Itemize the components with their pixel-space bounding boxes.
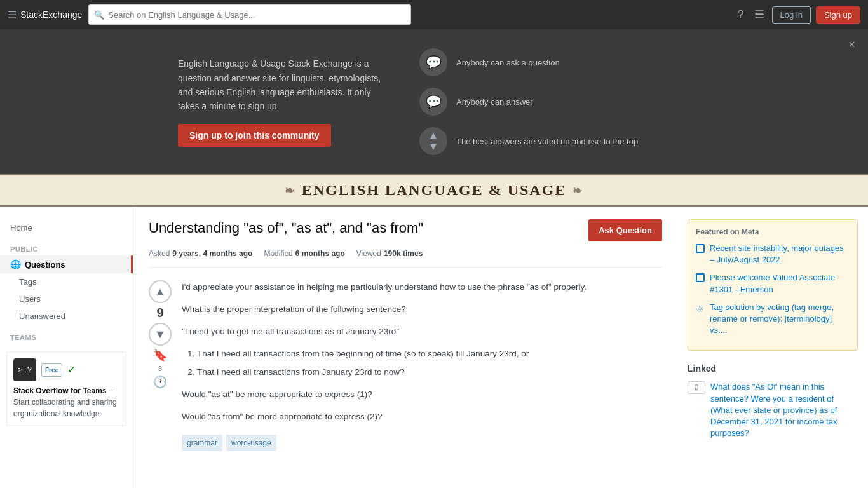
featured-heading: Featured on Meta	[696, 227, 850, 236]
body-li1: That I need all transactions from the be…	[197, 347, 662, 362]
body-p4: Would "as at" be more appropriate to exp…	[182, 388, 662, 402]
question-text: I'd appreciate your assistance in helpin…	[182, 280, 662, 451]
hero-description: English Language & Usage Stack Exchange …	[178, 57, 381, 114]
meta-link-text-0: Recent site instability, major outages –…	[710, 243, 850, 266]
site-header: ❧ ENGLISH LANGUAGE & USAGE ❧	[0, 174, 868, 207]
sidebar-section-teams: TEAMS	[0, 325, 133, 344]
hero-icons: 💬 Anybody can ask a question 💬 Anybody c…	[419, 48, 638, 155]
search-input[interactable]	[108, 10, 405, 20]
logo-text: StackExchange	[20, 10, 82, 20]
question-meta: Asked 9 years, 4 months ago Modified 6 m…	[149, 249, 662, 268]
signup-button[interactable]: Sign up	[816, 6, 860, 24]
ask-label: Anybody can ask a question	[456, 58, 560, 67]
login-button[interactable]: Log in	[772, 6, 811, 24]
sidebar-section-public: PUBLIC	[0, 236, 133, 255]
viewed-meta: Viewed 190k times	[356, 249, 423, 258]
sidebar-item-unanswered[interactable]: Unanswered	[0, 308, 133, 325]
vote-column: ▲ 9 ▼ 🔖 3 🕐	[149, 280, 172, 451]
site-logo[interactable]: ☰ StackExchange	[8, 9, 82, 21]
check-icon: ✓	[67, 362, 76, 377]
questions-label: Questions	[25, 260, 65, 269]
linked-section: Linked 0 What does "As Of' mean in this …	[688, 363, 858, 439]
meta-link-2[interactable]: ♲ Tag solution by voting (tag merge, ren…	[696, 302, 850, 337]
question-body: ▲ 9 ▼ 🔖 3 🕐 I'd appreciate your assistan…	[149, 280, 662, 451]
nav-buttons: ? ☰ Log in Sign up	[735, 5, 860, 24]
asked-meta: Asked 9 years, 4 months ago	[149, 249, 252, 258]
vote-count: 9	[156, 306, 163, 320]
sidebar-item-home[interactable]: Home	[0, 219, 133, 236]
modified-meta: Modified 6 months ago	[264, 249, 344, 258]
bookmark-button[interactable]: 🔖	[153, 348, 167, 362]
bookmark-count: 3	[158, 365, 162, 372]
meta-box-icon-1	[696, 273, 705, 282]
ask-icon: 💬	[419, 48, 447, 76]
hero-text-block: English Language & Usage Stack Exchange …	[178, 57, 381, 147]
teams-box: >_? Free ✓ Stack Overflow for Teams – St…	[6, 351, 126, 426]
tags-row: grammar word-usage	[182, 435, 662, 451]
sidebar-item-users[interactable]: Users	[0, 290, 133, 308]
answer-label: Anybody can answer	[456, 97, 533, 107]
vote-icon: ▲▼	[419, 127, 447, 155]
help-icon[interactable]: ?	[735, 6, 746, 24]
hero-close-button[interactable]: ×	[848, 38, 855, 51]
ornament-right: ❧	[573, 184, 583, 198]
search-icon: 🔍	[94, 10, 104, 20]
body-p5: Would "as from" be more appropriate to e…	[182, 410, 662, 424]
upvote-button[interactable]: ▲	[149, 280, 172, 303]
sidebar: Home PUBLIC 🌐 Questions Tags Users Unans…	[0, 207, 133, 488]
linked-link-0[interactable]: What does "As Of' mean in this sentence?…	[710, 381, 858, 439]
asked-time: 9 years, 4 months ago	[172, 249, 252, 258]
question-title: Understanding "as of", "as at", and "as …	[149, 219, 423, 238]
free-badge: Free	[41, 363, 62, 377]
content-area: Understanding "as of", "as at", and "as …	[133, 207, 677, 488]
ask-question-button[interactable]: Ask Question	[588, 219, 662, 241]
meta-link-0[interactable]: Recent site instability, major outages –…	[696, 243, 850, 266]
ornament-left: ❧	[285, 184, 295, 198]
tag-grammar[interactable]: grammar	[182, 435, 222, 451]
body-li2: That I need all transactions from Januar…	[197, 365, 662, 380]
hero-answer-row: 💬 Anybody can answer	[419, 88, 638, 116]
main-layout: Home PUBLIC 🌐 Questions Tags Users Unans…	[0, 207, 868, 488]
featured-meta-box: Featured on Meta Recent site instability…	[688, 219, 858, 351]
teams-title: Stack Overflow for Teams	[13, 386, 107, 395]
linked-heading: Linked	[688, 363, 858, 374]
globe-icon: 🌐	[10, 259, 21, 269]
answer-icon: 💬	[419, 88, 447, 116]
downvote-button[interactable]: ▼	[149, 323, 172, 346]
stack-icon: ☰	[8, 9, 17, 21]
meta-link-1[interactable]: Please welcome Valued Associate #1301 - …	[696, 272, 850, 295]
meta-box-icon-0	[696, 244, 705, 253]
history-button[interactable]: 🕐	[153, 375, 167, 389]
join-button[interactable]: Sign up to join this community	[178, 124, 331, 147]
question-header: Understanding "as of", "as at", and "as …	[149, 219, 662, 241]
vote-label: The best answers are voted up and rise t…	[456, 137, 638, 146]
sidebar-item-questions[interactable]: 🌐 Questions	[0, 255, 133, 273]
hero-banner: English Language & Usage Stack Exchange …	[0, 29, 868, 174]
linked-score-0: 0	[688, 381, 705, 394]
body-p1: I'd appreciate your assistance in helpin…	[182, 280, 662, 295]
sidebar-item-tags[interactable]: Tags	[0, 273, 133, 290]
top-navigation: ☰ StackExchange 🔍 ? ☰ Log in Sign up	[0, 0, 868, 29]
modified-time: 6 months ago	[295, 249, 345, 258]
site-logo-full: ❧ ENGLISH LANGUAGE & USAGE ❧	[285, 182, 584, 199]
meta-tag-icon-2: ♲	[696, 303, 705, 312]
hero-vote-row: ▲▼ The best answers are voted up and ris…	[419, 127, 638, 155]
meta-link-text-1: Please welcome Valued Associate #1301 - …	[710, 272, 850, 295]
site-title: ENGLISH LANGUAGE & USAGE	[302, 182, 567, 199]
inbox-icon[interactable]: ☰	[752, 5, 767, 24]
tag-word-usage[interactable]: word-usage	[226, 435, 276, 451]
hero-ask-row: 💬 Anybody can ask a question	[419, 48, 638, 76]
viewed-count: 190k times	[384, 249, 423, 258]
meta-link-text-2: Tag solution by voting (tag merge, renam…	[710, 302, 850, 337]
right-sidebar: Featured on Meta Recent site instability…	[677, 207, 868, 488]
search-bar: 🔍	[88, 4, 411, 25]
body-p2: What is the proper interpretation of the…	[182, 302, 662, 317]
body-p3: "I need you to get me all transactions a…	[182, 325, 662, 339]
teams-icon: >_?	[13, 358, 36, 381]
linked-item-0: 0 What does "As Of' mean in this sentenc…	[688, 381, 858, 439]
